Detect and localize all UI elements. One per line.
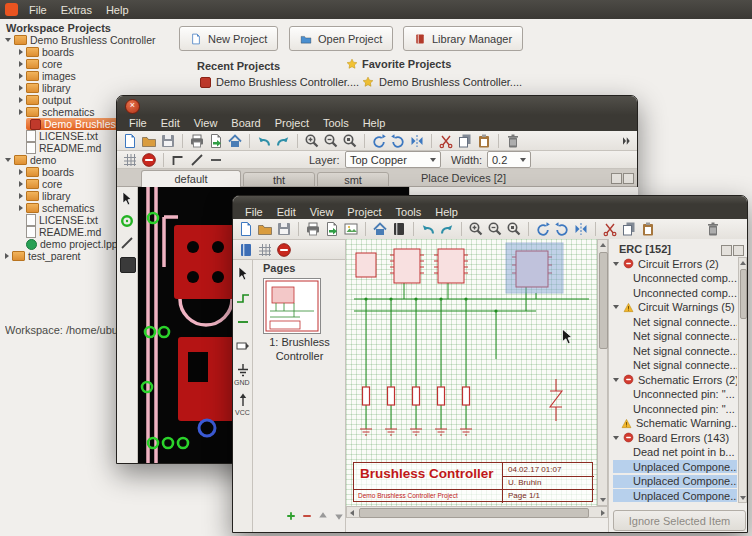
erc-item[interactable]: Net signal connecte... xyxy=(613,330,737,343)
home-icon[interactable] xyxy=(227,133,243,149)
wire-tool-icon[interactable] xyxy=(235,290,251,306)
expander-closed-icon[interactable] xyxy=(19,205,23,211)
expander-open-icon[interactable] xyxy=(613,305,619,309)
menu-project[interactable]: Project xyxy=(268,116,316,130)
favorite-project-item[interactable]: Demo Brushless Controller.... xyxy=(362,76,522,88)
polygon-tool-icon[interactable] xyxy=(120,257,136,273)
erc-item-selected[interactable]: Unplaced Compone... xyxy=(613,489,737,502)
erc-item-selected[interactable]: Unplaced Compone... xyxy=(613,475,737,488)
schematic-titlebar[interactable] xyxy=(233,196,747,204)
zoom-fit-icon[interactable] xyxy=(342,133,358,149)
tab-default[interactable]: default xyxy=(141,170,241,187)
menu-file[interactable]: File xyxy=(238,205,270,219)
cut-icon[interactable] xyxy=(602,221,618,237)
rotate-cw-icon[interactable] xyxy=(390,133,406,149)
print-icon[interactable] xyxy=(189,133,205,149)
erc-item[interactable]: Unconnected pin: "... xyxy=(613,402,737,415)
expander-open-icon[interactable] xyxy=(5,158,11,162)
undo-icon[interactable] xyxy=(420,221,436,237)
menu-tools[interactable]: Tools xyxy=(316,116,356,130)
tree-item-library[interactable]: library xyxy=(0,82,168,94)
zoom-fit-icon[interactable] xyxy=(506,221,522,237)
horizontal-scrollbar[interactable] xyxy=(346,506,608,518)
expander-closed-icon[interactable] xyxy=(19,181,23,187)
page-item-label[interactable]: 1: Brushless Controller xyxy=(253,336,346,364)
save-icon[interactable] xyxy=(160,133,176,149)
menu-edit[interactable]: Edit xyxy=(154,116,187,130)
copy-icon[interactable] xyxy=(457,133,473,149)
ignore-selected-item-button[interactable]: Ignore Selected Item xyxy=(613,510,746,531)
erc-item[interactable]: Unconnected comp... xyxy=(613,286,737,299)
expander-open-icon[interactable] xyxy=(613,436,619,440)
erc-item[interactable]: Net signal connecte... xyxy=(613,344,737,357)
expander-closed-icon[interactable] xyxy=(19,73,23,79)
new-icon[interactable] xyxy=(238,221,254,237)
menu-tools[interactable]: Tools xyxy=(389,205,429,219)
expander-closed-icon[interactable] xyxy=(19,169,23,175)
zoom-in-icon[interactable] xyxy=(304,133,320,149)
menu-help[interactable]: Help xyxy=(356,116,393,130)
vertical-scrollbar[interactable] xyxy=(597,239,608,506)
erc-scrollbar-thumb[interactable] xyxy=(740,269,747,319)
erc-group-circuit-errors[interactable]: Circuit Errors (2) xyxy=(613,257,737,270)
copy-icon[interactable] xyxy=(621,221,637,237)
rotate-ccw-icon[interactable] xyxy=(371,133,387,149)
print-icon[interactable] xyxy=(305,221,321,237)
mirror-icon[interactable] xyxy=(573,221,589,237)
paste-icon[interactable] xyxy=(476,133,492,149)
close-icon[interactable] xyxy=(125,99,140,114)
scroll-right-icon[interactable] xyxy=(601,510,605,516)
grid-settings-icon[interactable] xyxy=(122,152,138,168)
home-icon[interactable] xyxy=(372,221,388,237)
bus-tool-icon[interactable] xyxy=(235,314,251,330)
erc-group-circuit-warnings[interactable]: Circuit Warnings (5) xyxy=(613,301,737,314)
dock-close-icon[interactable] xyxy=(733,245,744,256)
open-icon[interactable] xyxy=(257,221,273,237)
page-thumbnail[interactable] xyxy=(263,278,321,334)
erc-group-schematic-warnings[interactable]: Schematic Warning... xyxy=(613,417,737,430)
select-tool-icon[interactable] xyxy=(235,266,251,282)
redo-icon[interactable] xyxy=(439,221,455,237)
expander-closed-icon[interactable] xyxy=(19,85,23,91)
new-icon[interactable] xyxy=(122,133,138,149)
rotate-ccw-icon[interactable] xyxy=(535,221,551,237)
tab-smt[interactable]: smt xyxy=(317,172,389,187)
layer-combo[interactable]: Top Copper xyxy=(345,151,441,168)
erc-scrollbar[interactable] xyxy=(738,257,747,503)
netlabel-tool-icon[interactable] xyxy=(235,338,251,354)
scroll-left-icon[interactable] xyxy=(350,510,354,516)
tab-tht[interactable]: tht xyxy=(243,172,315,187)
remove-page-icon[interactable] xyxy=(301,510,313,522)
expander-open-icon[interactable] xyxy=(613,378,619,382)
schematic-canvas[interactable]: Brushless Controller Demo Brushless Cont… xyxy=(346,239,597,506)
menu-view[interactable]: View xyxy=(187,116,225,130)
cut-icon[interactable] xyxy=(438,133,454,149)
scroll-up-icon[interactable] xyxy=(600,243,606,247)
expander-closed-icon[interactable] xyxy=(5,253,9,259)
scroll-down-icon[interactable] xyxy=(600,498,606,502)
undo-icon[interactable] xyxy=(256,133,272,149)
add-component-icon[interactable] xyxy=(238,242,254,258)
menu-file[interactable]: File xyxy=(122,116,154,130)
erc-item[interactable]: Dead net point in b... xyxy=(613,446,737,459)
move-page-up-icon[interactable] xyxy=(317,510,329,522)
expander-closed-icon[interactable] xyxy=(19,61,23,67)
menu-view[interactable]: View xyxy=(303,205,341,219)
recent-project-item[interactable]: Demo Brushless Controller.... xyxy=(200,76,359,88)
menu-help[interactable]: Help xyxy=(428,205,465,219)
save-icon[interactable] xyxy=(276,221,292,237)
horizontal-scrollbar-thumb[interactable] xyxy=(359,508,589,518)
scroll-up-icon[interactable] xyxy=(740,261,746,265)
tree-item-demo-brushless-controller[interactable]: Demo Brushless Controller xyxy=(0,34,168,46)
rotate-cw-icon[interactable] xyxy=(554,221,570,237)
expander-closed-icon[interactable] xyxy=(19,109,23,115)
trace-tool-icon[interactable] xyxy=(119,235,135,251)
move-page-down-icon[interactable] xyxy=(333,510,345,522)
tree-item-images[interactable]: images xyxy=(0,70,168,82)
zoom-in-icon[interactable] xyxy=(468,221,484,237)
open-icon[interactable] xyxy=(141,133,157,149)
tree-item-boards[interactable]: boards xyxy=(0,46,168,58)
delete-icon[interactable] xyxy=(505,133,521,149)
delete-icon[interactable] xyxy=(705,221,721,237)
erc-item[interactable]: Net signal connecte... xyxy=(613,315,737,328)
